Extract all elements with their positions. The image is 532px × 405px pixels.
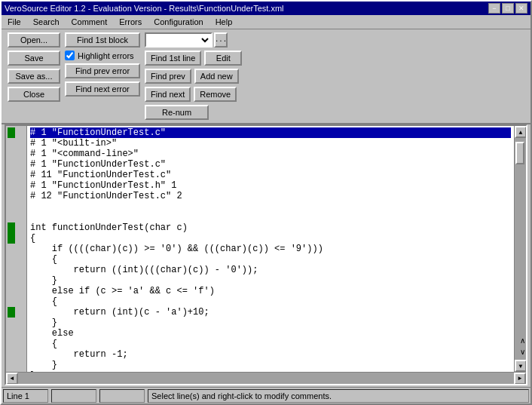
scroll-track-h[interactable] (18, 373, 514, 384)
find-next-error-button[interactable]: Find next error (65, 81, 140, 97)
code-line: # 1 "FunctionUnderTest.h" 1 (30, 180, 511, 191)
line-indicator (8, 159, 15, 170)
line-num-row (8, 360, 25, 370)
line-indicator (8, 233, 15, 244)
remove-button[interactable]: Remove (194, 87, 237, 102)
line-indicator (8, 212, 15, 222)
line-num-row (8, 328, 25, 339)
line-num-row (8, 138, 25, 149)
code-line: # 1 "FunctionUnderTest.c" (30, 159, 511, 170)
line-num-row (8, 275, 25, 286)
scroll-track-v[interactable]: ∧ ∨ (515, 138, 526, 360)
line-indicator (8, 328, 15, 339)
toolbar-mid-col: Find 1st block Highlight errors Find pre… (65, 32, 140, 97)
line-indicator (8, 286, 15, 296)
menu-help[interactable]: Help (212, 17, 236, 27)
code-line: } (30, 275, 511, 286)
title-bar-buttons: − □ ✕ (488, 3, 527, 14)
vertical-scrollbar: ▲ ∧ ∨ ▼ (514, 126, 526, 372)
toolbar-right-col: ... Find 1st line Edit Find prev Add new… (145, 32, 242, 120)
code-line: else if (c >= 'a' && c <= 'f') (30, 286, 511, 296)
line-indicator (8, 339, 15, 349)
line-num-row (8, 180, 25, 191)
line-indicator (8, 254, 15, 265)
find-1st-line-button[interactable]: Find 1st line (145, 51, 201, 66)
line-num-row (8, 307, 25, 318)
line-num-row (8, 265, 25, 275)
menu-errors[interactable]: Errors (116, 17, 145, 27)
menu-comment[interactable]: Comment (69, 17, 111, 27)
save-as-button[interactable]: Save as... (8, 69, 60, 84)
renum-row: Re-num (145, 105, 242, 120)
line-indicator (8, 349, 15, 360)
scroll-left-button[interactable]: ◄ (6, 373, 18, 385)
find-1st-edit-row: Find 1st line Edit (145, 51, 242, 66)
line-num-row (8, 127, 25, 138)
main-area: # 1 "FunctionUnderTest.c"# 1 "<built-in>… (2, 124, 530, 387)
close-button[interactable]: ✕ (515, 3, 527, 14)
line-indicator (8, 265, 15, 275)
scroll-up-button[interactable]: ▲ (515, 126, 526, 138)
code-line: } (30, 318, 511, 328)
code-line: if ((((char)(c)) >= '0') && (((char)(c))… (30, 244, 511, 254)
close-button[interactable]: Close (8, 87, 60, 102)
renum-button[interactable]: Re-num (145, 105, 209, 120)
line-num-row (8, 212, 25, 222)
find-1st-block-button[interactable]: Find 1st block (65, 32, 140, 48)
save-button[interactable]: Save (8, 51, 60, 66)
highlight-errors-checkbox[interactable] (65, 51, 75, 60)
code-line: } (30, 370, 511, 372)
code-line (30, 201, 511, 212)
code-line: } (30, 360, 511, 370)
menu-search[interactable]: Search (30, 17, 63, 27)
highlight-errors-row: Highlight errors (65, 51, 140, 60)
dropdown-expand-button[interactable]: ... (214, 32, 228, 48)
scroll-down-button[interactable]: ▼ (515, 360, 526, 372)
line-indicator (8, 201, 15, 212)
line-indicator (8, 296, 15, 307)
search-dropdown[interactable] (145, 32, 212, 48)
status-bar: Line 1 Select line(s) and right-click to… (2, 387, 530, 403)
line-num-row (8, 286, 25, 296)
code-line: { (30, 296, 511, 307)
find-next-button[interactable]: Find next (145, 87, 191, 102)
line-num-row (8, 254, 25, 265)
scroll-right-button[interactable]: ► (514, 373, 526, 385)
status-line: Line 1 (3, 389, 48, 403)
find-prev-error-button[interactable]: Find prev error (65, 63, 140, 78)
toolbar: Open... Save Save as... Close Find 1st b… (2, 29, 530, 124)
status-cell2 (51, 389, 96, 403)
code-line: else (30, 328, 511, 339)
line-num-row (8, 370, 25, 372)
line-indicator (8, 318, 15, 328)
code-line: # 12 "FunctionUnderTest.c" 2 (30, 191, 511, 201)
line-num-row (8, 191, 25, 201)
open-button[interactable]: Open... (8, 32, 60, 48)
line-indicator (8, 180, 15, 191)
line-indicator (8, 222, 15, 233)
line-indicator (8, 370, 15, 372)
code-line: # 1 "FunctionUnderTest.c" (30, 127, 511, 138)
maximize-button[interactable]: □ (502, 3, 514, 14)
find-prev-button[interactable]: Find prev (145, 69, 191, 84)
line-num-row (8, 339, 25, 349)
editor-content[interactable]: # 1 "FunctionUnderTest.c"# 1 "<built-in>… (27, 126, 514, 372)
line-indicator (8, 127, 15, 138)
menu-configuration[interactable]: Configuration (151, 17, 206, 27)
dropdown-row: ... (145, 32, 242, 48)
code-line: return ((int)(((char)(c)) - '0')); (30, 265, 511, 275)
add-new-button[interactable]: Add new (194, 69, 239, 84)
line-num-row (8, 349, 25, 360)
editor-inner: # 1 "FunctionUnderTest.c"# 1 "<built-in>… (6, 126, 526, 372)
line-num-row (8, 244, 25, 254)
scroll-thumb-v[interactable] (515, 142, 524, 164)
code-line: # 11 "FunctionUnderTest.c" (30, 170, 511, 180)
window-title: VeroSource Editor 1.2 - Evaluation Versi… (5, 4, 284, 13)
menu-file[interactable]: File (5, 17, 24, 27)
line-num-row (8, 296, 25, 307)
code-line (30, 212, 511, 222)
code-line: { (30, 339, 511, 349)
minimize-button[interactable]: − (488, 3, 500, 14)
edit-button[interactable]: Edit (204, 51, 242, 66)
code-line: int functionUnderTest(char c) (30, 222, 511, 233)
